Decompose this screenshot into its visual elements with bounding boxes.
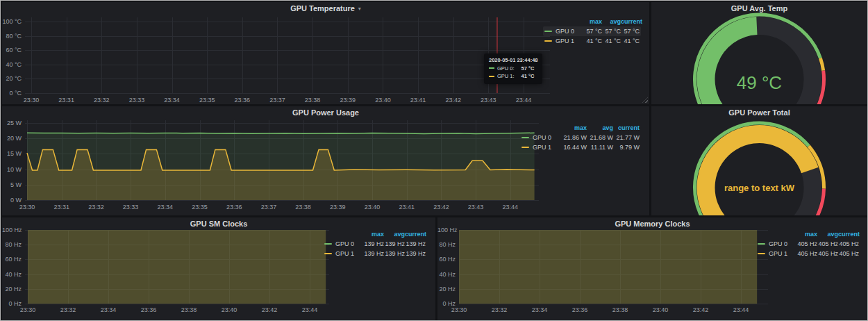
tooltip-series-value: 41 °C [521, 72, 535, 81]
panel-title-menu[interactable]: GPU Temperature▾ [2, 4, 649, 13]
legend-series-name[interactable]: GPU 1 [533, 144, 560, 151]
legend-value: 139 Hz [384, 240, 405, 247]
x-tick-label: 23:40 [357, 204, 387, 211]
x-tick-label: 23:43 [473, 97, 503, 104]
legend-series-name[interactable]: GPU 1 [556, 38, 583, 44]
x-tick-label: 23:34 [524, 306, 555, 313]
series-dash-icon [521, 147, 529, 148]
panel-gpu-temperature: GPU Temperature▾ maxavgcurrentGPU 057 °C… [2, 2, 649, 104]
x-tick-label: 23:33 [115, 204, 146, 211]
x-tick-label: 23:39 [322, 204, 353, 211]
x-tick-label: 23:44 [294, 306, 325, 313]
legend-value: 139 Hz [405, 240, 426, 247]
x-tick-label: 23:39 [333, 97, 363, 104]
legend-header-current[interactable]: current [621, 18, 640, 25]
x-tick-label: 23:38 [174, 306, 204, 313]
y-tick-label: 80 Hz [437, 241, 456, 248]
y-tick-label: 0 W [2, 197, 22, 204]
x-tick-label: 23:30 [12, 306, 43, 313]
legend-header-avg[interactable]: avg [384, 231, 405, 238]
x-tick-label: 23:37 [253, 204, 284, 211]
x-tick-label: 23:33 [122, 97, 152, 104]
legend-row: GPU 0405 Hz405 Hz405 Hz [756, 239, 860, 249]
series-dash-icon [489, 76, 494, 77]
x-tick-label: 23:36 [227, 97, 258, 104]
legend-header-current[interactable]: current [405, 231, 426, 238]
legend-header-max[interactable]: max [583, 18, 602, 25]
legend-value: 11.11 W [587, 144, 613, 151]
x-tick-label: 23:31 [51, 97, 82, 104]
x-tick-label: 23:30 [12, 204, 42, 211]
legend-header-max[interactable]: max [363, 231, 384, 238]
x-tick-label: 23:30 [444, 306, 474, 313]
panel-title[interactable]: GPU Power Usage [2, 108, 649, 117]
gauge-gpu-avg-temp: 49 °C [651, 2, 867, 104]
legend-row: GPU 1405 Hz405 Hz405 Hz [756, 249, 860, 258]
gauge-value-text: 49 °C [737, 72, 782, 93]
x-tick-label: 23:37 [262, 97, 292, 104]
x-tick-label: 23:38 [297, 97, 328, 104]
legend-header-row: maxavgcurrent [756, 229, 860, 239]
legend-header-avg[interactable]: avg [817, 231, 838, 238]
x-tick-label: 23:38 [288, 204, 319, 211]
x-tick-label: 23:32 [86, 97, 117, 104]
y-tick-label: 60 °C [2, 47, 22, 54]
legend-value: 139 Hz [363, 240, 384, 247]
legend-header-max[interactable]: max [560, 124, 587, 131]
legend-series-name[interactable]: GPU 0 [556, 28, 583, 35]
legend-series-name[interactable]: GPU 0 [533, 134, 560, 141]
legend-series-name[interactable]: GPU 1 [769, 250, 796, 257]
x-tick-label: 23:34 [93, 306, 124, 313]
panel-gpu-memory-clocks: GPU Memory Clocks maxavgcurrentGPU 0405 … [437, 217, 867, 320]
panel-title[interactable]: GPU Power Total [651, 108, 867, 117]
y-tick-label: 25 W [2, 120, 22, 126]
legend-value: 405 Hz [817, 250, 838, 257]
legend: maxavgcurrentGPU 021.86 W21.68 W21.77 WG… [520, 123, 641, 152]
legend-header-avg[interactable]: avg [602, 18, 621, 25]
legend-row: GPU 0139 Hz139 Hz139 Hz [323, 239, 427, 249]
legend-series-name[interactable]: GPU 0 [769, 240, 796, 247]
tooltip-timestamp: 2020-05-01 23:44:48 [489, 56, 537, 65]
panel-title[interactable]: GPU SM Clocks [2, 220, 435, 228]
gauge-value-text: range to text kW [724, 183, 795, 193]
series-dash-icon [544, 31, 552, 32]
x-tick-label: 23:38 [605, 306, 635, 313]
y-tick-label: 80 Hz [2, 241, 22, 248]
legend-header-max[interactable]: max [796, 231, 817, 238]
legend-value: 57 °C [602, 28, 621, 35]
legend-row: GPU 057 °C57 °C57 °C [543, 26, 641, 36]
legend-value: 57 °C [583, 28, 602, 35]
tooltip-series-label: GPU 0: [497, 65, 515, 73]
legend-row: GPU 141 °C41 °C41 °C [543, 36, 641, 46]
x-tick-label: 23:32 [81, 204, 111, 211]
x-tick-label: 23:42 [254, 306, 285, 313]
x-tick-label: 23:44 [726, 306, 756, 313]
x-tick-label: 23:34 [150, 204, 181, 211]
legend-series-name[interactable]: GPU 1 [335, 250, 363, 257]
tooltip-series-label: GPU 1: [497, 72, 515, 81]
y-tick-label: 20 W [2, 135, 22, 142]
legend-value: 41 °C [621, 38, 640, 44]
x-tick-label: 23:34 [157, 97, 187, 104]
legend-value: 16.44 W [560, 144, 587, 151]
x-tick-label: 23:32 [484, 306, 515, 313]
legend-header-current[interactable]: current [838, 231, 859, 238]
legend-series-name[interactable]: GPU 0 [335, 240, 363, 247]
panel-title[interactable]: GPU Memory Clocks [437, 220, 867, 228]
legend: maxavgcurrentGPU 0405 Hz405 Hz405 HzGPU … [756, 229, 860, 258]
legend-value: 139 Hz [405, 250, 426, 257]
legend-header-current[interactable]: current [613, 124, 640, 131]
legend-row: GPU 116.44 W11.11 W9.79 W [520, 142, 641, 152]
panel-title: GPU Temperature [290, 4, 355, 13]
legend-header-row: maxavgcurrent [543, 17, 641, 26]
legend-header-avg[interactable]: avg [587, 124, 613, 131]
series-dash-icon [324, 243, 332, 245]
panel-title[interactable]: GPU Avg. Temp [651, 4, 867, 13]
legend-header-row: maxavgcurrent [520, 123, 641, 133]
gauge-gpu-power-total: range to text kW [651, 106, 867, 215]
tooltip-row: GPU 1: 41 °C [489, 72, 537, 81]
legend-row: GPU 021.86 W21.68 W21.77 W [520, 133, 641, 142]
x-tick-label: 23:40 [645, 306, 676, 313]
x-tick-label: 23:43 [460, 204, 491, 211]
series-dash-icon [758, 253, 765, 254]
